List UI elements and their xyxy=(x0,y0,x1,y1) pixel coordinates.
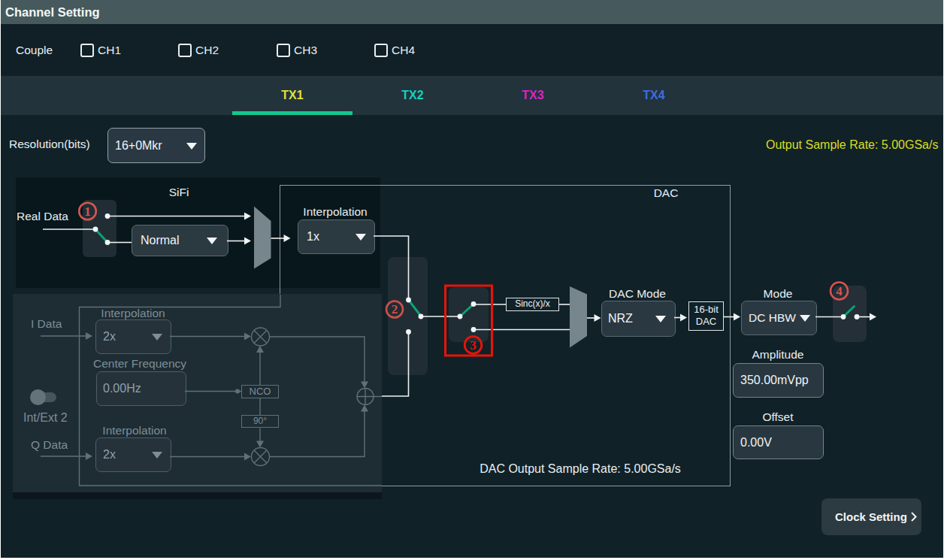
svg-text:3: 3 xyxy=(470,338,477,353)
svg-text:2: 2 xyxy=(392,302,398,316)
svg-text:4: 4 xyxy=(836,284,843,298)
svg-text:1: 1 xyxy=(84,204,91,219)
